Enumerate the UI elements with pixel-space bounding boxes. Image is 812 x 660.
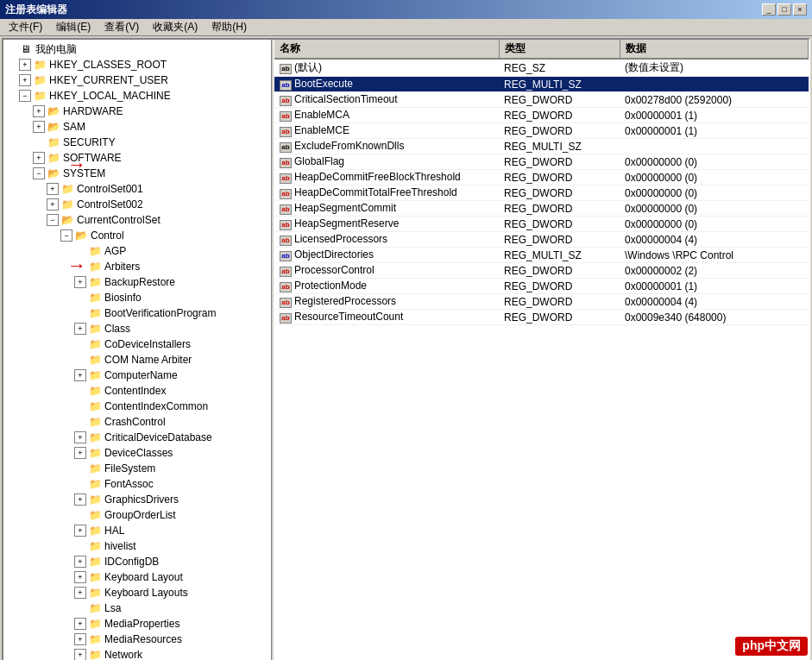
- tree-item-crashcontrol[interactable]: 📁CrashControl: [5, 414, 268, 430]
- tree-item-criticaldevicedatabase[interactable]: +📁CriticalDeviceDatabase: [5, 430, 268, 445]
- cell-type: REG_MULTI_SZ: [499, 139, 620, 154]
- menu-file[interactable]: 文件(F): [3, 18, 47, 36]
- table-row[interactable]: abRegisteredProcessors REG_DWORD 0x00000…: [274, 294, 809, 310]
- tree-item-hkcu[interactable]: +📁HKEY_CURRENT_USER: [5, 72, 268, 88]
- expand-button[interactable]: +: [74, 587, 86, 599]
- tree-item-backuprestore[interactable]: +📁BackupRestore: [5, 274, 268, 290]
- tree-label: ControlSet002: [77, 198, 143, 211]
- menu-help[interactable]: 帮助(H): [206, 18, 252, 36]
- tree-item-fontassoc[interactable]: 📁FontAssoc: [5, 476, 268, 492]
- expand-button[interactable]: +: [33, 121, 45, 133]
- close-button[interactable]: ×: [793, 3, 807, 16]
- expand-button[interactable]: +: [47, 183, 59, 195]
- table-row[interactable]: abHeapDeCommitFreeBlockThreshold REG_DWO…: [274, 170, 809, 185]
- tree-item-arbiters[interactable]: 📁Arbiters: [5, 259, 268, 274]
- table-row[interactable]: abCriticalSectionTimeout REG_DWORD 0x002…: [274, 92, 809, 108]
- tree-item-agp[interactable]: 📁AGP: [5, 243, 268, 259]
- tree-item-contentindex[interactable]: 📁ContentIndex: [5, 383, 268, 399]
- tree-item-security[interactable]: 📁SECURITY: [5, 135, 268, 150]
- table-row[interactable]: abProtectionMode REG_DWORD 0x00000001 (1…: [274, 279, 809, 294]
- table-row[interactable]: abHeapSegmentCommit REG_DWORD 0x00000000…: [274, 201, 809, 217]
- expand-button[interactable]: +: [33, 105, 45, 117]
- expand-button[interactable]: +: [74, 447, 86, 459]
- tree-item-mypc[interactable]: 🖥我的电脑: [5, 41, 268, 57]
- tree-item-mediaproperties[interactable]: +📁MediaProperties: [5, 616, 268, 632]
- col-name[interactable]: 名称: [274, 40, 499, 59]
- tree-item-keyboardlayouts[interactable]: +📁Keyboard Layouts: [5, 585, 268, 600]
- tree-item-deviceclasses[interactable]: +📁DeviceClasses: [5, 445, 268, 461]
- tree-item-biosinfo[interactable]: 📁Biosinfo: [5, 290, 268, 305]
- table-row[interactable]: abGlobalFlag REG_DWORD 0x00000000 (0): [274, 154, 809, 170]
- tree-item-hkcr[interactable]: +📁HKEY_CLASSES_ROOT: [5, 57, 268, 72]
- tree-item-sam[interactable]: +📂SAM: [5, 119, 268, 135]
- tree-item-bootverificationprogram[interactable]: 📁BootVerificationProgram: [5, 305, 268, 321]
- tree-item-comnamearbiter[interactable]: 📁COM Name Arbiter: [5, 352, 268, 368]
- tree-item-idconfigdb[interactable]: +📁IDConfigDB: [5, 554, 268, 569]
- tree-item-controlset002[interactable]: +📁ControlSet002: [5, 197, 268, 212]
- table-row[interactable]: abProcessorControl REG_DWORD 0x00000002 …: [274, 263, 809, 279]
- col-data[interactable]: 数据: [620, 40, 809, 59]
- expand-button[interactable]: +: [74, 571, 86, 583]
- minimize-button[interactable]: _: [762, 3, 776, 16]
- tree-item-computername[interactable]: +📁ComputerName: [5, 368, 268, 383]
- expand-button[interactable]: −: [60, 229, 72, 242]
- tree-label: SYSTEM: [63, 167, 105, 179]
- expand-button[interactable]: −: [19, 90, 31, 102]
- expand-button[interactable]: +: [74, 633, 86, 645]
- tree-item-grouporderlist[interactable]: 📁GroupOrderList: [5, 507, 268, 523]
- expand-button[interactable]: +: [74, 369, 86, 381]
- tree-item-control[interactable]: −📂Control: [5, 228, 268, 243]
- tree-item-hivelist[interactable]: 📁hivelist: [5, 538, 268, 554]
- maximize-button[interactable]: □: [777, 3, 791, 16]
- tree-item-hklm[interactable]: −📁HKEY_LOCAL_MACHINE: [5, 88, 268, 104]
- expand-button[interactable]: +: [74, 649, 86, 660]
- tree-item-mediaresources[interactable]: +📁MediaResources: [5, 632, 268, 647]
- expand-button[interactable]: +: [19, 59, 31, 71]
- tree-item-system[interactable]: −📂SYSTEM: [5, 166, 268, 181]
- expand-button[interactable]: −: [33, 167, 45, 179]
- table-row[interactable]: abHeapSegmentReserve REG_DWORD 0x0000000…: [274, 217, 809, 232]
- tree-item-filesystem[interactable]: 📁FileSystem: [5, 461, 268, 476]
- tree-item-class[interactable]: +📁Class: [5, 321, 268, 336]
- table-row[interactable]: abBootExecute REG_MULTI_SZ: [274, 77, 809, 92]
- expand-button[interactable]: +: [74, 323, 86, 335]
- table-row[interactable]: abHeapDeCommitTotalFreeThreshold REG_DWO…: [274, 185, 809, 201]
- tree-item-keyboardlayout[interactable]: +📁Keyboard Layout: [5, 569, 268, 585]
- col-type[interactable]: 类型: [499, 40, 620, 59]
- table-row[interactable]: abExcludeFromKnownDlls REG_MULTI_SZ: [274, 139, 809, 154]
- expand-button[interactable]: +: [74, 431, 86, 443]
- tree-item-lsa[interactable]: 📁Lsa: [5, 600, 268, 616]
- tree-item-codeviceinstallers[interactable]: 📁CoDeviceInstallers: [5, 336, 268, 352]
- expand-button[interactable]: +: [33, 152, 45, 164]
- tree-item-controlset001[interactable]: +📁ControlSet001: [5, 181, 268, 197]
- tree-item-hardware[interactable]: +📂HARDWARE: [5, 104, 268, 119]
- expand-button[interactable]: +: [74, 276, 86, 288]
- expand-button[interactable]: +: [19, 74, 31, 86]
- tree-item-contentindexcommon[interactable]: 📁ContentIndexCommon: [5, 399, 268, 414]
- tree-item-network[interactable]: +📁Network: [5, 647, 268, 660]
- cell-name: abResourceTimeoutCount: [274, 310, 499, 325]
- expand-button[interactable]: +: [74, 618, 86, 630]
- tree-item-currentcontrolset[interactable]: −📂CurrentControlSet: [5, 212, 268, 228]
- table-row[interactable]: abResourceTimeoutCount REG_DWORD 0x0009e…: [274, 310, 809, 325]
- expand-button[interactable]: +: [74, 556, 86, 568]
- title-bar: 注册表编辑器 _ □ ×: [0, 0, 812, 19]
- menu-edit[interactable]: 编辑(E): [51, 18, 96, 36]
- menu-view[interactable]: 查看(V): [99, 18, 144, 36]
- tree-item-hal[interactable]: +📁HAL: [5, 523, 268, 538]
- table-row[interactable]: ab(默认) REG_SZ (数值未设置): [274, 59, 809, 77]
- table-row[interactable]: abEnableMCE REG_DWORD 0x00000001 (1): [274, 123, 809, 139]
- table-row[interactable]: abLicensedProcessors REG_DWORD 0x0000000…: [274, 232, 809, 248]
- expand-button[interactable]: +: [74, 525, 86, 537]
- table-row[interactable]: abObjectDirectories REG_MULTI_SZ \Window…: [274, 248, 809, 263]
- tree-item-software[interactable]: +📁SOFTWARE: [5, 150, 268, 166]
- table-row[interactable]: abEnableMCA REG_DWORD 0x00000001 (1): [274, 108, 809, 123]
- tree-panel[interactable]: 🖥我的电脑+📁HKEY_CLASSES_ROOT+📁HKEY_CURRENT_U…: [3, 40, 271, 660]
- menu-favorites[interactable]: 收藏夹(A): [148, 18, 203, 36]
- expand-button[interactable]: +: [47, 198, 59, 211]
- folder-closed-icon: 📁: [47, 136, 60, 148]
- expand-button[interactable]: −: [47, 214, 59, 226]
- expand-button[interactable]: +: [74, 493, 86, 506]
- tree-item-graphicsdrivers[interactable]: +📁GraphicsDrivers: [5, 492, 268, 507]
- cell-name: abRegisteredProcessors: [274, 294, 499, 310]
